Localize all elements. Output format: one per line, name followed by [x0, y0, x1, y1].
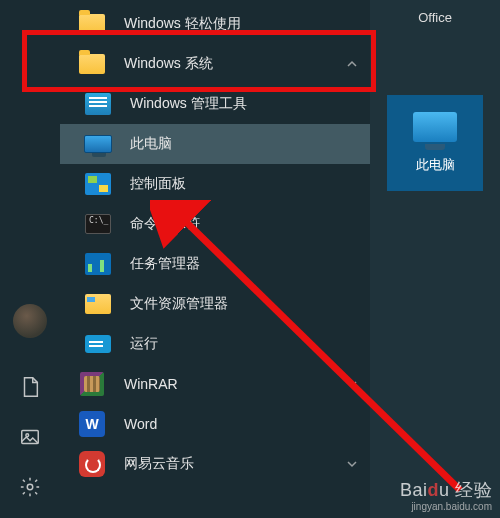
start-tiles-panel: Office 此电脑	[370, 0, 500, 518]
menu-label: 文件资源管理器	[130, 295, 228, 313]
pictures-icon[interactable]	[19, 426, 41, 448]
cmd-icon: C:\_	[84, 210, 112, 238]
pc-icon	[413, 112, 457, 142]
menu-label: 命令提示符	[130, 215, 200, 233]
watermark: Baidu 经验 jingyan.baidu.com	[400, 481, 492, 512]
pc-icon	[84, 130, 112, 158]
menu-item-cmd[interactable]: C:\_ 命令提示符	[60, 204, 370, 244]
folder-icon	[78, 50, 106, 78]
menu-label: 运行	[130, 335, 158, 353]
menu-item-control-panel[interactable]: 控制面板	[60, 164, 370, 204]
menu-item-task-manager[interactable]: 任务管理器	[60, 244, 370, 284]
netease-icon	[78, 450, 106, 478]
admin-tools-icon	[84, 90, 112, 118]
tile-caption: 此电脑	[416, 156, 455, 174]
chevron-down-icon	[346, 458, 358, 470]
tile-this-pc[interactable]: 此电脑	[387, 95, 483, 191]
wm-brand-cn: 经验	[455, 480, 492, 500]
winrar-icon	[78, 370, 106, 398]
chevron-down-icon	[346, 378, 358, 390]
menu-label: Windows 轻松使用	[124, 15, 241, 33]
menu-label: Windows 管理工具	[130, 95, 247, 113]
menu-label: 任务管理器	[130, 255, 200, 273]
menu-item-run[interactable]: 运行	[60, 324, 370, 364]
menu-item-this-pc[interactable]: 此电脑	[60, 124, 370, 164]
start-left-rail	[0, 0, 60, 518]
settings-icon[interactable]	[19, 476, 41, 498]
start-app-list: Windows 轻松使用 Windows 系统 Windows 管理工具 此电脑…	[60, 0, 370, 518]
wm-brand: Bai	[400, 480, 428, 500]
word-icon: W	[78, 410, 106, 438]
svg-point-2	[27, 484, 33, 490]
menu-item-winrar[interactable]: WinRAR	[60, 364, 370, 404]
wm-brand-mid: d	[427, 480, 439, 500]
tile-group-label: Office	[418, 10, 452, 25]
menu-item-windows-admin-tools[interactable]: Windows 管理工具	[60, 84, 370, 124]
user-avatar[interactable]	[13, 304, 47, 338]
menu-label: 网易云音乐	[124, 455, 194, 473]
control-panel-icon	[84, 170, 112, 198]
run-icon	[84, 330, 112, 358]
menu-label: Word	[124, 416, 157, 432]
wm-brand-suf: u	[439, 480, 450, 500]
menu-item-windows-system[interactable]: Windows 系统	[60, 44, 370, 84]
folder-icon	[78, 10, 106, 38]
menu-label: 此电脑	[130, 135, 172, 153]
documents-icon[interactable]	[19, 376, 41, 398]
menu-item-netease-music[interactable]: 网易云音乐	[60, 444, 370, 484]
wm-sub: jingyan.baidu.com	[400, 501, 492, 512]
explorer-icon	[84, 290, 112, 318]
menu-item-word[interactable]: W Word	[60, 404, 370, 444]
menu-item-windows-ease[interactable]: Windows 轻松使用	[60, 4, 370, 44]
menu-label: Windows 系统	[124, 55, 213, 73]
chevron-up-icon	[346, 58, 358, 70]
task-manager-icon	[84, 250, 112, 278]
menu-label: WinRAR	[124, 376, 178, 392]
menu-item-file-explorer[interactable]: 文件资源管理器	[60, 284, 370, 324]
menu-label: 控制面板	[130, 175, 186, 193]
